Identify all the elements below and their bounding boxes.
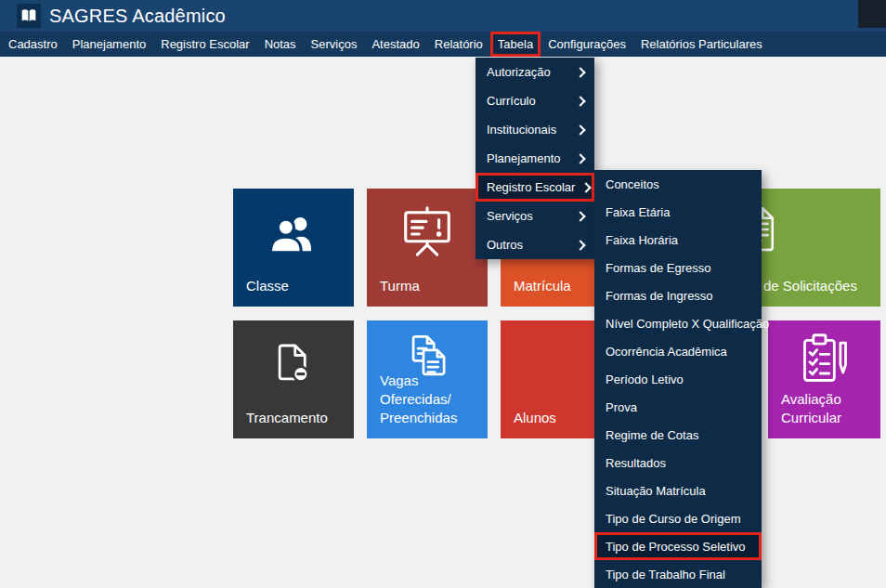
checklist-clipboard-icon [797, 332, 853, 387]
dropdown-item[interactable]: Autorização [476, 58, 594, 86]
submenu-item-label: Nível Completo X Qualificação [606, 317, 769, 331]
titlebar: SAGRES Acadêmico [0, 0, 886, 32]
submenu-item-label: Regime de Cotas [606, 428, 698, 442]
chevron-right-icon [575, 211, 585, 221]
submenu-item[interactable]: Tipo de Trabalho Final [594, 560, 762, 588]
people-icon [267, 207, 320, 261]
tile-turma[interactable]: Turma [367, 189, 488, 307]
menubar-item[interactable]: Atestado [364, 32, 426, 57]
dropdown-item-label: Outros [487, 238, 523, 252]
dropdown-item[interactable]: Planejamento [476, 144, 594, 173]
tile-label: Avaliação [781, 390, 841, 409]
submenu-item-label: Tipo de Curso de Origem [606, 512, 740, 526]
tile-label: Turma [380, 277, 420, 295]
tile-label: Trancamento [246, 409, 328, 427]
menubar-item[interactable]: Configurações [541, 32, 633, 57]
submenu-item[interactable]: Ocorrência Acadêmica [594, 337, 762, 365]
submenu-item[interactable]: Tipo de Processo Seletivo [594, 532, 762, 560]
chevron-right-icon [575, 124, 585, 135]
submenu-item[interactable]: Formas de Ingresso [594, 281, 762, 309]
tile-label: Alunos [514, 409, 556, 427]
submenu-item-label: Ocorrência Acadêmica [606, 345, 727, 359]
dropdown-item[interactable]: Institucionais [476, 115, 594, 144]
menubar-item[interactable]: Cadastro [1, 32, 65, 57]
submenu-item[interactable]: Formas de Egresso [594, 254, 762, 281]
submenu-item-label: Faixa Etária [606, 205, 670, 219]
submenu-item-label: Formas de Egresso [606, 261, 710, 275]
dropdown-item-label: Autorização [487, 65, 551, 79]
submenu-item-label: Prova [606, 400, 637, 414]
menubar-item[interactable]: Tabela [490, 32, 541, 57]
menubar-item[interactable]: Registro Escolar [153, 32, 256, 57]
dropdown-item[interactable]: Registro Escolar [476, 173, 594, 202]
registro-escolar-submenu: Conceitos Faixa Etária Faixa Horária For… [594, 170, 762, 588]
tile-classe[interactable]: Classe [233, 189, 354, 307]
tile-trancamento[interactable]: Trancamento [233, 320, 354, 438]
dropdown-item-label: Planejamento [487, 151, 561, 165]
tile-vagas[interactable]: Vagas Oferecidas/ Preenchidas [367, 320, 488, 438]
dropdown-item[interactable]: Outros [476, 230, 594, 259]
dropdown-item-label: Institucionais [487, 123, 556, 137]
file-minus-icon [267, 339, 319, 391]
dropdown-item-label: Serviços [487, 209, 533, 223]
submenu-item[interactable]: Faixa Etária [594, 198, 762, 226]
tile-label: de Solicitações [763, 277, 857, 295]
dropdown-item-label: Currículo [487, 94, 536, 108]
submenu-item[interactable]: Resultados [594, 449, 762, 477]
menubar-item[interactable]: Serviços [304, 32, 365, 57]
app-logo [17, 4, 41, 28]
tile-label: Classe [246, 277, 289, 295]
dropdown-item-label: Registro Escolar [487, 180, 575, 194]
submenu-item-label: Conceitos [606, 177, 659, 191]
submenu-item[interactable]: Conceitos [594, 170, 762, 198]
submenu-item[interactable]: Prova [594, 393, 762, 421]
sagres-app-window: SAGRES Acadêmico Cadastro Planejamento R… [0, 0, 886, 588]
chevron-right-icon [575, 153, 585, 163]
tabela-dropdown-menu: Autorização Currículo Institucionais Pla… [476, 58, 594, 259]
menubar-item[interactable]: Planejamento [65, 32, 154, 57]
submenu-item-label: Situação Matrícula [606, 484, 706, 498]
open-book-icon [20, 7, 38, 25]
chevron-right-icon [575, 67, 585, 77]
submenu-item[interactable]: Faixa Horária [594, 226, 762, 254]
submenu-item-label: Faixa Horária [606, 233, 678, 247]
menubar-item[interactable]: Relatório [427, 32, 490, 57]
dropdown-item[interactable]: Serviços [476, 202, 594, 230]
tile-label-line2: Curricular [781, 409, 841, 427]
submenu-item-label: Resultados [606, 456, 666, 470]
submenu-item-label: Período Letivo [606, 372, 684, 386]
chevron-right-icon [581, 182, 592, 192]
window-corner-box [858, 0, 886, 28]
tile-label-line2: Preenchidas [380, 409, 488, 427]
submenu-item[interactable]: Nível Completo X Qualificação [594, 309, 762, 337]
menubar: Cadastro Planejamento Registro Escolar N… [0, 32, 886, 57]
submenu-item-label: Formas de Ingresso [606, 289, 713, 303]
submenu-item[interactable]: Tipo de Curso de Origem [594, 504, 762, 532]
submenu-item[interactable]: Situação Matrícula [594, 477, 762, 504]
presentation-board-icon [398, 203, 456, 261]
chevron-right-icon [575, 240, 585, 250]
dropdown-item[interactable]: Currículo [476, 86, 594, 115]
submenu-item-label: Tipo de Trabalho Final [606, 568, 725, 581]
submenu-item[interactable]: Regime de Cotas [594, 421, 762, 449]
tile-label: Matrícula [514, 277, 571, 295]
app-title: SAGRES Acadêmico [49, 6, 226, 27]
tile-avaliacao-curricular[interactable]: Avaliação Curricular [768, 320, 880, 438]
menubar-item[interactable]: Notas [257, 32, 304, 57]
submenu-item[interactable]: Período Letivo [594, 365, 762, 393]
chevron-right-icon [575, 96, 585, 106]
tile-label: Vagas Oferecidas/ [380, 372, 488, 409]
submenu-item-label: Tipo de Processo Seletivo [606, 540, 746, 554]
menubar-item[interactable]: Relatórios Particulares [633, 32, 770, 57]
